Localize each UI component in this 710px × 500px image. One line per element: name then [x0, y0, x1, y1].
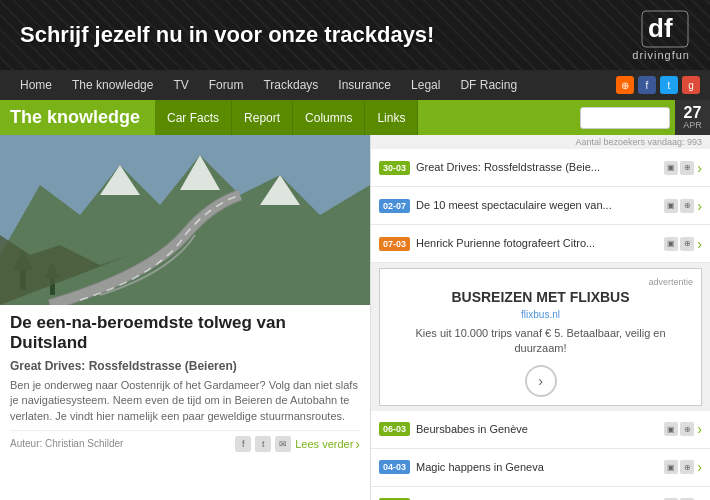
article-subhead: Great Drives: Rossfeldstrasse (Beieren)	[10, 359, 360, 373]
googleplus-icon[interactable]: g	[682, 76, 700, 94]
search-input[interactable]	[580, 107, 670, 129]
ad-block: advertentie BUSREIZEN MET FLIXBUS flixbu…	[379, 268, 702, 406]
sidebar-text-1: De 10 meest spectaculaire wegen van...	[416, 198, 660, 212]
logo-text: drivingfun	[632, 49, 690, 61]
sidebar-arrow-3: ›	[697, 421, 702, 437]
nav-item-knowledge[interactable]: The knowledge	[62, 70, 163, 100]
sidebar-text-2: Henrick Purienne fotografeert Citro...	[416, 236, 660, 250]
article-actions: f t ✉ Lees verder ›	[235, 436, 360, 452]
sidebar-icon-share-3: ⊕	[680, 422, 694, 436]
sidebar-icon-share-4: ⊕	[680, 460, 694, 474]
article-body: De een-na-beroemdste tolweg van Duitslan…	[0, 305, 370, 460]
sidebar-icons-3: ▣ ⊕	[664, 422, 694, 436]
sidebar-arrow-1: ›	[697, 198, 702, 214]
nav-bar: Home The knowledge TV Forum Trackdays In…	[0, 70, 710, 100]
sidebar-text-0: Great Drives: Rossfeldstrasse (Beie...	[416, 160, 660, 174]
sidebar-date-1: 02-07	[379, 199, 410, 213]
search-area	[580, 107, 675, 129]
sidebar-icon-img-2: ▣	[664, 237, 678, 251]
rss-icon[interactable]: ⊕	[616, 76, 634, 94]
sidebar-text-3: Beursbabes in Genève	[416, 422, 660, 436]
sidebar-icon-img-1: ▣	[664, 199, 678, 213]
article-headline: De een-na-beroemdste tolweg van Duitslan…	[10, 313, 360, 354]
date-badge: 27 APR	[675, 100, 710, 135]
twitter-icon[interactable]: t	[660, 76, 678, 94]
sidebar-icon-share-1: ⊕	[680, 199, 694, 213]
article-footer: Auteur: Christian Schilder f t ✉ Lees ve…	[10, 430, 360, 452]
sidebar-date-2: 07-03	[379, 237, 410, 251]
sidebar-item-2[interactable]: 07-03 Henrick Purienne fotografeert Citr…	[371, 225, 710, 263]
article-area: De een-na-beroemdste tolweg van Duitslan…	[0, 135, 370, 500]
sidebar-date-3: 06-03	[379, 422, 410, 436]
site-wrapper: Schrijf jezelf nu in voor onze trackdays…	[0, 0, 710, 500]
sidebar-arrow-2: ›	[697, 236, 702, 252]
sidebar-icons-4: ▣ ⊕	[664, 460, 694, 474]
sidebar: Aantal bezoekers vandaag: 993 30-03 Grea…	[370, 135, 710, 500]
share-facebook-icon[interactable]: f	[235, 436, 251, 452]
tab-columns[interactable]: Columns	[293, 100, 365, 135]
main-content: De een-na-beroemdste tolweg van Duitslan…	[0, 135, 710, 500]
last-accessed: Aantal bezoekers vandaag: 993	[371, 135, 710, 149]
tab-links[interactable]: Links	[365, 100, 418, 135]
article-image-svg	[0, 135, 370, 305]
date-day: 27	[684, 105, 702, 121]
tab-report[interactable]: Report	[232, 100, 293, 135]
nav-item-forum[interactable]: Forum	[199, 70, 254, 100]
sidebar-icons-2: ▣ ⊕	[664, 237, 694, 251]
nav-item-tv[interactable]: TV	[163, 70, 198, 100]
sidebar-icon-img-3: ▣	[664, 422, 678, 436]
facebook-icon[interactable]: f	[638, 76, 656, 94]
read-more-arrow-icon: ›	[355, 436, 360, 452]
sidebar-item-4[interactable]: 04-03 Magic happens in Geneva ▣ ⊕ ›	[371, 449, 710, 487]
sidebar-arrow-0: ›	[697, 160, 702, 176]
date-month: APR	[683, 121, 702, 130]
ad-label: advertentie	[388, 277, 693, 287]
article-image	[0, 135, 370, 305]
site-logo: df drivingfun	[632, 9, 690, 61]
article-author: Auteur: Christian Schilder	[10, 438, 123, 449]
sidebar-icons-1: ▣ ⊕	[664, 199, 694, 213]
sidebar-item-1[interactable]: 02-07 De 10 meest spectaculaire wegen va…	[371, 187, 710, 225]
ad-domain: flixbus.nl	[388, 309, 693, 320]
ad-title: BUSREIZEN MET FLIXBUS	[388, 289, 693, 305]
read-more-link[interactable]: Lees verder ›	[295, 436, 360, 452]
ad-text: Kies uit 10.000 trips vanaf € 5. Betaalb…	[388, 326, 693, 357]
sidebar-icon-share-0: ⊕	[680, 161, 694, 175]
section-tabs: Car Facts Report Columns Links	[155, 100, 418, 135]
ad-cta-button[interactable]: ›	[525, 365, 557, 397]
tab-car-facts[interactable]: Car Facts	[155, 100, 232, 135]
df-logo-svg: df	[640, 9, 690, 49]
nav-item-home[interactable]: Home	[10, 70, 62, 100]
share-mail-icon[interactable]: ✉	[275, 436, 291, 452]
section-header: The knowledge Car Facts Report Columns L…	[0, 100, 710, 135]
share-twitter-icon[interactable]: t	[255, 436, 271, 452]
nav-item-trackdays[interactable]: Trackdays	[253, 70, 328, 100]
section-title: The knowledge	[10, 107, 155, 128]
nav-item-dfracing[interactable]: DF Racing	[450, 70, 527, 100]
banner-title: Schrijf jezelf nu in voor onze trackdays…	[20, 22, 434, 48]
header-banner: Schrijf jezelf nu in voor onze trackdays…	[0, 0, 710, 70]
article-text: Ben je onderweg naar Oostenrijk of het G…	[10, 378, 360, 424]
sidebar-item-0[interactable]: 30-03 Great Drives: Rossfeldstrasse (Bei…	[371, 149, 710, 187]
sidebar-item-3[interactable]: 06-03 Beursbabes in Genève ▣ ⊕ ›	[371, 411, 710, 449]
sidebar-icon-img-4: ▣	[664, 460, 678, 474]
sidebar-icons-0: ▣ ⊕	[664, 161, 694, 175]
svg-text:df: df	[648, 13, 673, 43]
sidebar-item-5[interactable]: 01-02 Lamp van de toekomst ziet er niet …	[371, 487, 710, 500]
sidebar-arrow-4: ›	[697, 459, 702, 475]
sidebar-date-0: 30-03	[379, 161, 410, 175]
nav-item-insurance[interactable]: Insurance	[328, 70, 401, 100]
sidebar-date-4: 04-03	[379, 460, 410, 474]
nav-item-legal[interactable]: Legal	[401, 70, 450, 100]
sidebar-icon-share-2: ⊕	[680, 237, 694, 251]
sidebar-icon-img-0: ▣	[664, 161, 678, 175]
sidebar-text-4: Magic happens in Geneva	[416, 460, 660, 474]
social-icons: ⊕ f t g	[616, 76, 700, 94]
